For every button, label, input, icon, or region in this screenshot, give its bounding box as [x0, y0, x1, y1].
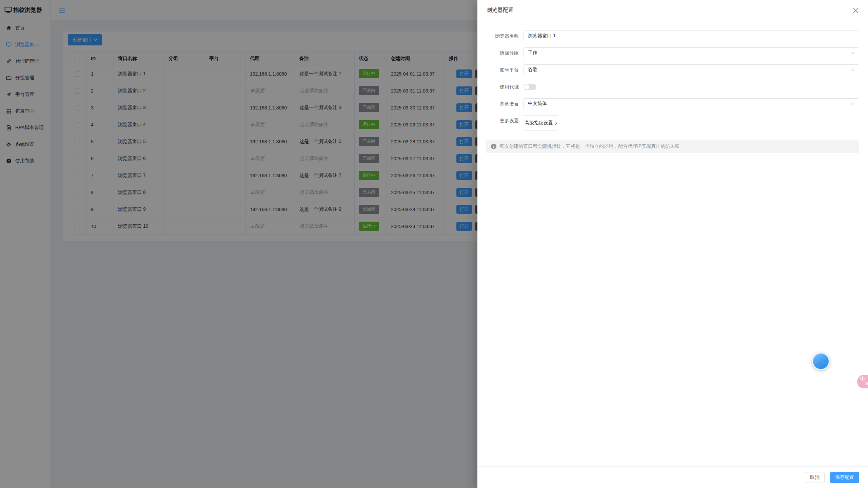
language-select-value: 中文简体 [528, 101, 547, 107]
translate-en-glyph: A [865, 381, 868, 386]
drawer-title: 浏览器配置 [487, 7, 514, 14]
translate-floating-button[interactable]: 中 A [857, 375, 868, 388]
cancel-button[interactable]: 取消 [805, 472, 825, 483]
form-row-group: 所属分组 工作 [486, 47, 859, 58]
language-select[interactable]: 中文简体 [524, 98, 859, 109]
browser-name-label: 浏览器名称 [486, 30, 524, 41]
floating-assistant-ball[interactable]: ··—— · —— [812, 352, 830, 370]
browser-config-drawer: 浏览器配置 浏览器名称 所属分组 工作 账号平台 谷歌 [477, 0, 868, 488]
form-row-name: 浏览器名称 [486, 30, 859, 41]
drawer-header: 浏览器配置 [477, 0, 868, 21]
advanced-fingerprint-settings-link[interactable]: 高级指纹设置 [524, 115, 558, 131]
platform-label: 账号平台 [486, 64, 524, 75]
chevron-right-icon [555, 121, 557, 125]
chevron-down-icon [851, 52, 855, 54]
group-select-value: 工作 [528, 50, 537, 56]
drawer-footer: 取消 保存配置 [477, 466, 868, 488]
form-row-platform: 账号平台 谷歌 [486, 64, 859, 75]
form-row-language: 浏览语言 中文简体 [486, 98, 859, 109]
group-label: 所属分组 [486, 47, 524, 58]
drawer-body: 浏览器名称 所属分组 工作 账号平台 谷歌 使用代理 [477, 21, 868, 153]
form-row-more-settings: 更多设置 高级指纹设置 [486, 115, 859, 131]
form-row-proxy: 使用代理 [486, 81, 859, 92]
floating-ball-decoration: ··—— · —— [813, 360, 829, 364]
info-icon: i [491, 144, 496, 149]
browser-name-input[interactable] [528, 33, 855, 39]
language-label: 浏览语言 [486, 98, 524, 109]
use-proxy-toggle[interactable] [524, 84, 536, 90]
platform-select-value: 谷歌 [528, 67, 537, 73]
more-settings-label: 更多设置 [486, 115, 524, 126]
group-select[interactable]: 工作 [524, 47, 859, 58]
chevron-down-icon [851, 69, 855, 71]
fingerprint-tip-alert: i 每次创建的窗口都会随机指纹，它将是一个独立的环境，配合代理IP实现真正的防关… [486, 140, 859, 153]
fingerprint-tip-text: 每次创建的窗口都会随机指纹，它将是一个独立的环境，配合代理IP实现真正的防关联 [499, 143, 679, 149]
translate-zh-glyph: 中 [860, 376, 865, 382]
chevron-down-icon [851, 103, 855, 105]
close-icon[interactable] [853, 7, 859, 14]
platform-select[interactable]: 谷歌 [524, 64, 859, 75]
use-proxy-label: 使用代理 [486, 81, 524, 92]
browser-name-field-wrap [524, 30, 859, 41]
save-config-button[interactable]: 保存配置 [830, 472, 859, 483]
